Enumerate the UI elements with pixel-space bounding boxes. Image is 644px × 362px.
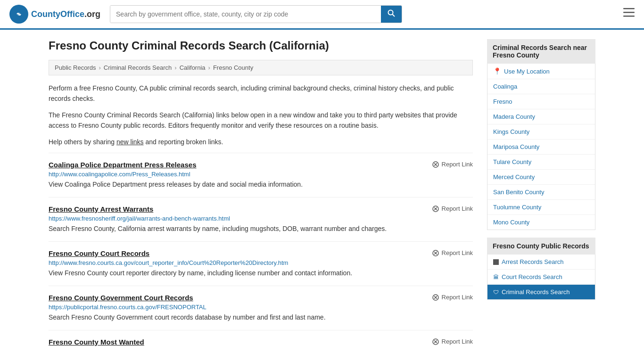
search-bar: [110, 5, 402, 23]
new-links-link[interactable]: new links: [116, 138, 144, 146]
sidebar-item-coalinga[interactable]: Coalinga: [487, 79, 595, 94]
content-area: Fresno County Criminal Records Search (C…: [49, 39, 473, 355]
result-desc-2: Search Fresno County, California arrest …: [49, 224, 473, 234]
breadcrumb-public-records[interactable]: Public Records: [55, 64, 96, 71]
sidebar-item-fresno[interactable]: Fresno: [487, 94, 595, 109]
result-url-4: https://publicportal.fresno.courts.ca.go…: [49, 304, 473, 311]
breadcrumb-california[interactable]: California: [180, 64, 206, 71]
description-3: Help others by sharing new links and rep…: [49, 137, 473, 147]
result-title-5[interactable]: Fresno County Most Wanted: [49, 338, 144, 346]
svg-rect-4: [623, 8, 635, 9]
result-desc-1: View Coalinga Police Department press re…: [49, 180, 473, 189]
svg-rect-5: [623, 12, 635, 13]
building-icon: 🏛: [493, 274, 499, 280]
sidebar-item-merced-county[interactable]: Merced County: [487, 170, 595, 185]
logo-link[interactable]: CountyOffice.org: [9, 5, 100, 24]
search-button[interactable]: [381, 6, 402, 23]
result-desc-3: View Fresno County court reporter direct…: [49, 268, 473, 278]
results-list: Coalinga Police Department Press Release…: [49, 153, 473, 355]
page-title: Fresno County Criminal Records Search (C…: [49, 39, 473, 52]
result-item: Fresno County Court Records Report Link …: [49, 241, 473, 286]
report-link-4[interactable]: Report Link: [432, 294, 473, 301]
sidebar-item-mariposa-county[interactable]: Mariposa County: [487, 140, 595, 155]
breadcrumb-current: Fresno County: [213, 64, 253, 71]
main-container: Fresno County Criminal Records Search (C…: [39, 30, 605, 362]
result-title-4[interactable]: Fresno County Government Court Records: [49, 294, 193, 302]
report-link-5[interactable]: Report Link: [432, 338, 473, 346]
location-icon: 📍: [493, 67, 501, 75]
site-header: CountyOffice.org: [0, 0, 644, 30]
report-link-2[interactable]: Report Link: [432, 205, 473, 213]
report-link-3[interactable]: Report Link: [432, 249, 473, 257]
result-title-1[interactable]: Coalinga Police Department Press Release…: [49, 161, 196, 169]
result-title-2[interactable]: Fresno County Arrest Warrants: [49, 205, 153, 213]
breadcrumb-criminal-records[interactable]: Criminal Records Search: [104, 64, 172, 71]
svg-line-3: [393, 15, 395, 17]
sidebar-item-tulare-county[interactable]: Tulare County: [487, 155, 595, 170]
report-link-1[interactable]: Report Link: [432, 161, 473, 168]
sidebar-item-tuolumne-county[interactable]: Tuolumne County: [487, 200, 595, 215]
svg-point-1: [17, 13, 20, 16]
shield-icon: 🛡: [493, 289, 499, 296]
search-input[interactable]: [110, 6, 381, 23]
svg-rect-6: [623, 16, 635, 17]
sidebar-item-mono-county[interactable]: Mono County: [487, 215, 595, 230]
breadcrumb: Public Records › Criminal Records Search…: [49, 60, 473, 75]
result-url-2: https://www.fresnosheriff.org/jail/warra…: [49, 215, 473, 222]
sidebar-item-san-benito-county[interactable]: San Benito County: [487, 185, 595, 200]
sidebar: Criminal Records Search near Fresno Coun…: [487, 39, 595, 355]
public-records-section-title: Fresno County Public Records: [487, 238, 595, 255]
sidebar-item-court-records[interactable]: 🏛 Court Records Search: [487, 270, 595, 285]
description-1: Perform a free Fresno County, CA public …: [49, 83, 473, 104]
result-desc-4: Search Fresno County Government court re…: [49, 313, 473, 322]
nearby-list: 📍 Use My Location Coalinga Fresno Madera…: [487, 64, 595, 230]
result-item: Coalinga Police Department Press Release…: [49, 153, 473, 197]
result-title-3[interactable]: Fresno County Court Records: [49, 249, 149, 257]
description-2: The Fresno County Criminal Records Searc…: [49, 110, 473, 131]
logo-icon: [9, 5, 28, 24]
square-icon: [493, 259, 499, 265]
sidebar-item-madera-county[interactable]: Madera County: [487, 109, 595, 124]
sidebar-item-kings-county[interactable]: Kings County: [487, 124, 595, 140]
sidebar-item-criminal-records[interactable]: 🛡 Criminal Records Search: [487, 285, 595, 299]
result-item: Fresno County Most Wanted Report Link: [49, 330, 473, 355]
logo-text: CountyOffice.org: [31, 9, 100, 19]
result-item: Fresno County Arrest Warrants Report Lin…: [49, 197, 473, 241]
svg-point-2: [388, 10, 393, 15]
nearby-section-title: Criminal Records Search near Fresno Coun…: [487, 39, 595, 64]
sidebar-item-arrest-records[interactable]: Arrest Records Search: [487, 255, 595, 270]
result-url-1: http://www.coalingapolice.com/Press_Rele…: [49, 171, 473, 178]
result-url-3: http://www.fresno.courts.ca.gov/court_re…: [49, 259, 473, 266]
menu-button[interactable]: [623, 8, 635, 20]
result-item: Fresno County Government Court Records R…: [49, 286, 473, 330]
sidebar-item-use-location[interactable]: 📍 Use My Location: [487, 64, 595, 79]
public-records-list: Arrest Records Search 🏛 Court Records Se…: [487, 255, 595, 300]
